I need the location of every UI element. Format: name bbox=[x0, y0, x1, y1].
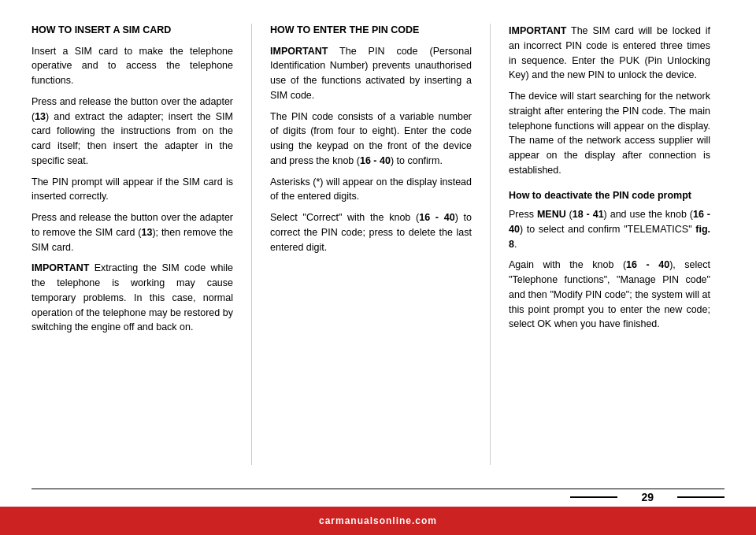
page-number: 29 bbox=[641, 491, 654, 503]
col-divider-2 bbox=[490, 24, 491, 465]
bottom-line bbox=[32, 489, 724, 489]
column-1: HOW TO INSERT A SIM CARD Insert a SIM ca… bbox=[32, 24, 247, 465]
col3-sp1: Press MENU (18 - 41) and use the knob (1… bbox=[509, 207, 710, 251]
bold-16-40: 16 - 40 bbox=[360, 155, 391, 166]
bold-13b: 13 bbox=[141, 227, 152, 238]
watermark-bar: carmanualsonline.com bbox=[0, 507, 756, 535]
col2-p1: IMPORTANT The PIN code (Personal Identif… bbox=[270, 44, 472, 103]
col1-title: HOW TO INSERT A SIM CARD bbox=[32, 24, 233, 38]
col1-p2: Press and release the button over the ad… bbox=[32, 95, 233, 169]
page-container: HOW TO INSERT A SIM CARD Insert a SIM ca… bbox=[0, 0, 756, 535]
col2-p2: The PIN code consists of a variable numb… bbox=[270, 110, 472, 169]
content-area: HOW TO INSERT A SIM CARD Insert a SIM ca… bbox=[32, 24, 724, 465]
col-divider-1 bbox=[251, 24, 252, 465]
important-label-1: IMPORTANT bbox=[32, 262, 89, 273]
watermark-text: carmanualsonline.com bbox=[319, 515, 437, 526]
column-3: IMPORTANT The SIM card will be locked if… bbox=[495, 24, 724, 465]
col3-p2: The device will start searching for the … bbox=[509, 89, 710, 178]
col1-p3: The PIN prompt will appear if the SIM ca… bbox=[32, 175, 233, 205]
col3-sp2: Again with the knob (16 - 40), select "T… bbox=[509, 258, 710, 332]
bottom-bar: 29 bbox=[32, 491, 724, 503]
line-left bbox=[570, 496, 617, 498]
col1-p1: Insert a SIM card to make the telephone … bbox=[32, 44, 233, 88]
col3-p1: IMPORTANT The SIM card will be locked if… bbox=[509, 24, 710, 83]
bold-menu: MENU bbox=[537, 209, 566, 220]
col2-p4: Select "Correct" with the knob (16 - 40)… bbox=[270, 210, 472, 254]
bold-16b: 16 - 40 bbox=[419, 212, 454, 223]
col1-p4: Press and release the button over the ad… bbox=[32, 210, 233, 254]
bold-13: 13 bbox=[35, 111, 46, 122]
col2-p3: Asterisks (*) will appear on the display… bbox=[270, 175, 472, 205]
column-2: HOW TO ENTER THE PIN CODE IMPORTANT The … bbox=[256, 24, 486, 465]
col1-p5: IMPORTANT Extracting the SIM code while … bbox=[32, 261, 233, 335]
bold-18-41: 18 - 41 bbox=[573, 209, 604, 220]
col3-subtitle: How to deactivate the PIN code prompt bbox=[509, 189, 710, 203]
bold-16-40c: 16 - 40 bbox=[626, 259, 669, 270]
page-number-area: 29 bbox=[570, 491, 724, 503]
line-right bbox=[677, 496, 724, 498]
important-label-3: IMPORTANT bbox=[509, 25, 566, 36]
bold-fig8: fig. 8 bbox=[509, 224, 710, 250]
col2-title: HOW TO ENTER THE PIN CODE bbox=[270, 24, 472, 38]
important-label-2: IMPORTANT bbox=[270, 46, 328, 57]
